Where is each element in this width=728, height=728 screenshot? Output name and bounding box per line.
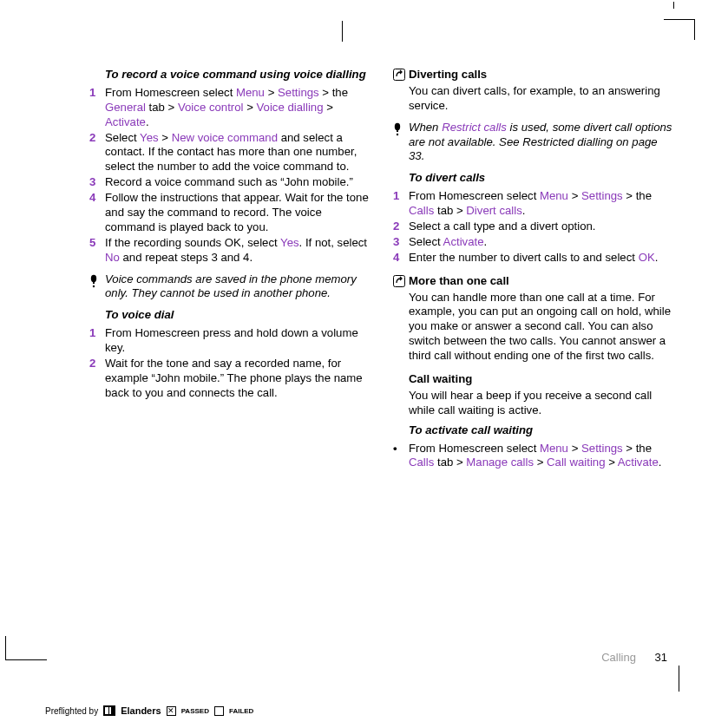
step-text: Record a voice command such as “John mob… (105, 175, 372, 190)
bullet: • (393, 442, 409, 471)
heading-voice-dial: To voice dial (105, 308, 372, 323)
step-text: Select Yes > New voice command and selec… (105, 131, 372, 175)
heading-activate-waiting: To activate call waiting (409, 423, 676, 438)
steps-divert: 1From Homescreen select Menu > Settings … (393, 189, 676, 265)
note-text: When Restrict calls is used, some divert… (409, 121, 676, 165)
step-number: 1 (89, 326, 105, 356)
crop-mark-top-center (342, 21, 343, 42)
preflight-bar: Preflighted by Elanders ✕ PASSED FAILED (45, 705, 253, 716)
svg-rect-1 (93, 282, 95, 284)
step-number: 1 (89, 86, 105, 130)
info-icon (393, 121, 409, 165)
note-restrict-calls: When Restrict calls is used, some divert… (393, 121, 676, 165)
page-content: To record a voice command using voice di… (89, 68, 676, 471)
crop-mark-tr2 (673, 2, 674, 9)
crop-mark-bl (5, 636, 47, 660)
preflight-label: Preflighted by (45, 706, 98, 716)
svg-rect-10 (109, 707, 111, 714)
checkbox-passed-icon: ✕ (167, 706, 176, 716)
step-text: Select Activate. (409, 235, 676, 250)
preflight-passed: PASSED (181, 707, 209, 715)
step-number: 2 (393, 220, 409, 234)
svg-rect-5 (397, 130, 398, 132)
step-number: 3 (393, 235, 409, 250)
step-text: From Homescreen select Menu > Settings >… (105, 86, 372, 130)
svg-point-0 (91, 274, 96, 281)
svg-rect-9 (105, 707, 108, 714)
steps-call-waiting: •From Homescreen select Menu > Settings … (393, 442, 676, 471)
step-text: Select a call type and a divert option. (409, 220, 676, 234)
section-diverting: Diverting calls You can divert calls, fo… (393, 68, 676, 114)
right-column: Diverting calls You can divert calls, fo… (393, 68, 676, 471)
step-number: 1 (393, 189, 409, 219)
step-text: Enter the number to divert calls to and … (409, 251, 676, 266)
section-more-calls: More than one call You can handle more t… (393, 274, 676, 364)
para-call-waiting: You will hear a beep if you receive a se… (409, 389, 676, 418)
crop-mark-br (679, 666, 679, 692)
step-text: From Homescreen select Menu > Settings >… (409, 189, 676, 219)
step-text: From Homescreen select Menu > Settings >… (409, 442, 676, 471)
svg-point-2 (93, 285, 95, 286)
checkbox-failed-icon (214, 706, 224, 716)
step-text: Follow the instructions that appear. Wai… (105, 191, 372, 235)
svg-rect-3 (394, 69, 405, 81)
step-text: From Homescreen press and hold down a vo… (105, 326, 372, 356)
heading-more-than-one: More than one call (409, 274, 676, 289)
elanders-logo-icon (103, 705, 115, 716)
heading-diverting-calls: Diverting calls (409, 68, 676, 82)
svg-point-6 (397, 133, 398, 134)
steps-voice-dial: 1From Homescreen press and hold down a v… (89, 326, 372, 400)
steps-record-voice: 1From Homescreen select Menu > Settings … (89, 86, 372, 266)
left-column: To record a voice command using voice di… (89, 68, 372, 471)
step-text: If the recording sounds OK, select Yes. … (105, 236, 372, 266)
page-number: 31 (655, 651, 667, 664)
step-number: 2 (89, 131, 105, 175)
preflight-failed: FAILED (229, 707, 253, 715)
section-name: Calling (601, 651, 636, 664)
note-voice-memory: Voice commands are saved in the phone me… (89, 272, 372, 302)
step-number: 2 (89, 357, 105, 401)
heading-to-divert: To divert calls (409, 171, 676, 186)
divert-icon (393, 68, 409, 114)
step-number: 5 (89, 236, 105, 266)
para-multiple-calls: You can handle more than one call at a t… (409, 291, 676, 364)
calls-icon (393, 274, 409, 364)
heading-call-waiting: Call waiting (409, 372, 676, 387)
step-text: Wait for the tone and say a recorded nam… (105, 357, 372, 401)
svg-rect-7 (394, 275, 405, 286)
crop-mark-tr (664, 19, 695, 40)
note-text: Voice commands are saved in the phone me… (105, 272, 372, 302)
para-diverting: You can divert calls, for example, to an… (409, 84, 676, 114)
step-number: 4 (393, 251, 409, 266)
heading-record-voice: To record a voice command using voice di… (105, 68, 372, 82)
step-number: 3 (89, 175, 105, 190)
svg-point-4 (395, 122, 400, 129)
preflight-brand: Elanders (121, 705, 161, 716)
page-footer: Calling 31 (601, 651, 667, 664)
info-icon (89, 272, 105, 302)
step-number: 4 (89, 191, 105, 235)
